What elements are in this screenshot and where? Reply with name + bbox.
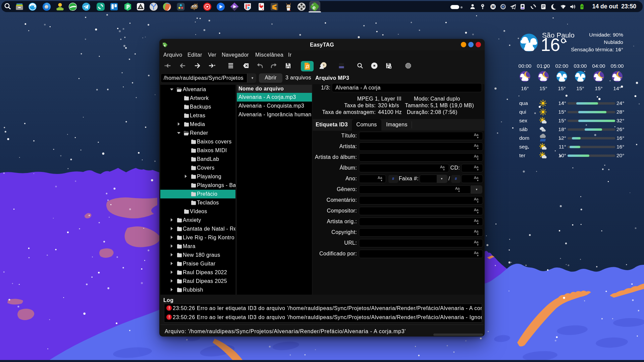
svg-text:♥: ♥ (262, 8, 263, 10)
svg-text:e: e (313, 4, 316, 11)
svg-text:M: M (492, 5, 495, 9)
svg-text:A: A (259, 3, 261, 5)
